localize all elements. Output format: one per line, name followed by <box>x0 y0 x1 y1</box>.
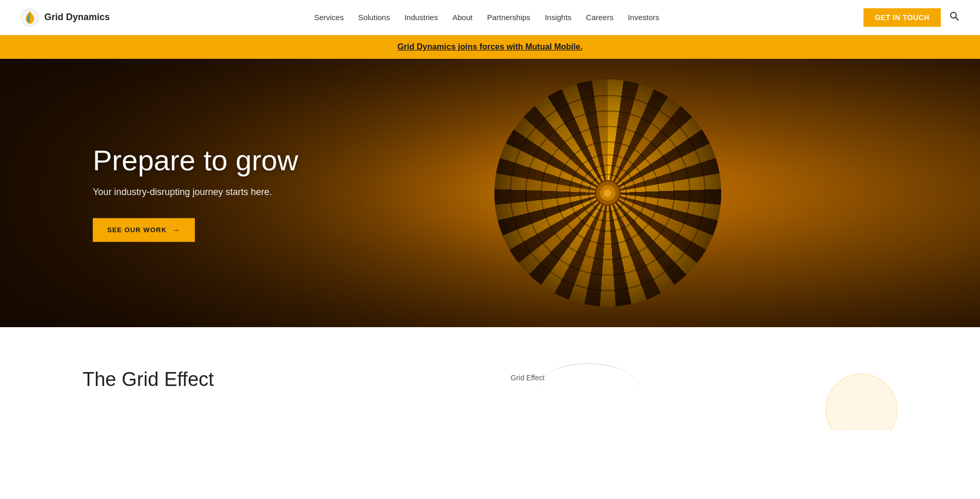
nav-partnerships[interactable]: Partnerships <box>487 13 530 22</box>
logo-link[interactable]: Grid Dynamics <box>21 8 110 27</box>
below-fold-right: Grid Effect <box>490 358 898 430</box>
navbar: Grid Dynamics Services Solutions Industr… <box>0 0 980 35</box>
nav-links: Services Solutions Industries About Part… <box>314 13 659 22</box>
below-fold-left: The Grid Effect <box>82 358 490 430</box>
announcement-link[interactable]: Grid Dynamics joins forces with Mutual M… <box>397 42 583 51</box>
nav-solutions[interactable]: Solutions <box>358 13 390 22</box>
below-fold-section: The Grid Effect Grid Effect <box>0 327 980 430</box>
logo-icon <box>21 8 39 27</box>
grid-effect-arc <box>537 363 640 415</box>
hero-title: Prepare to grow <box>93 144 298 176</box>
see-work-label: SEE OUR WORK <box>107 226 167 234</box>
hero-section: Prepare to grow Your industry-disrupting… <box>0 59 980 327</box>
grid-effect-circle <box>825 374 898 430</box>
nav-investors[interactable]: Investors <box>628 13 659 22</box>
nav-industries[interactable]: Industries <box>404 13 438 22</box>
search-button[interactable] <box>949 11 959 24</box>
svg-line-2 <box>956 18 958 20</box>
hero-subtitle: Your industry-disrupting journey starts … <box>93 186 298 197</box>
nav-right: GET IN TOUCH <box>863 8 959 27</box>
announcement-bar: Grid Dynamics joins forces with Mutual M… <box>0 35 980 59</box>
nav-about[interactable]: About <box>452 13 472 22</box>
search-icon <box>949 11 959 21</box>
nav-insights[interactable]: Insights <box>545 13 572 22</box>
hero-content: Prepare to grow Your industry-disrupting… <box>93 144 298 242</box>
get-in-touch-button[interactable]: GET IN TOUCH <box>863 8 941 27</box>
nav-careers[interactable]: Careers <box>586 13 613 22</box>
logo-text: Grid Dynamics <box>44 12 110 23</box>
nav-services[interactable]: Services <box>314 13 344 22</box>
arrow-icon: → <box>172 225 180 234</box>
see-our-work-button[interactable]: SEE OUR WORK → <box>93 218 195 242</box>
grid-effect-title: The Grid Effect <box>82 358 490 391</box>
